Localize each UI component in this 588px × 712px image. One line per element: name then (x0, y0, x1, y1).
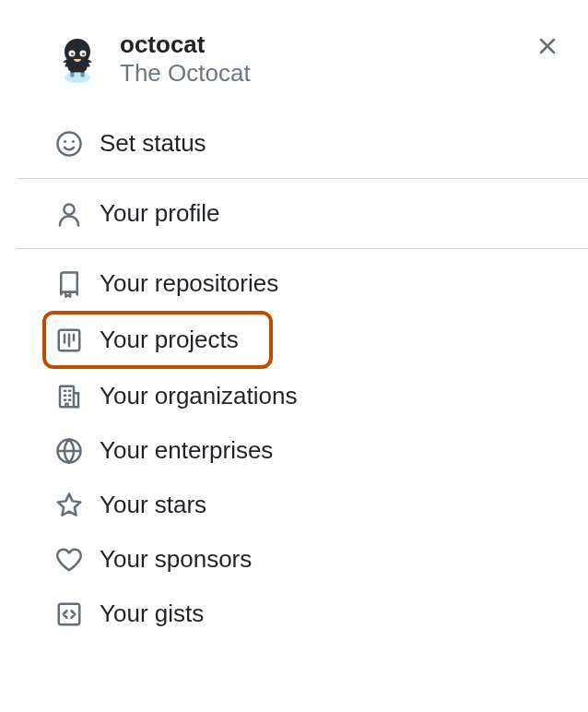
smiley-icon (55, 130, 83, 158)
close-icon (536, 35, 559, 57)
your-gists-item[interactable]: Your gists (17, 587, 588, 641)
svg-point-3 (71, 53, 74, 55)
your-repositories-label: Your repositories (100, 269, 278, 298)
repo-icon (55, 270, 83, 298)
heart-icon (55, 546, 83, 574)
svg-point-4 (82, 53, 85, 55)
your-gists-label: Your gists (100, 599, 204, 628)
your-stars-label: Your stars (100, 491, 206, 519)
set-status-label: Set status (100, 129, 206, 158)
user-menu-panel: octocat The Octocat Set status (17, 0, 588, 648)
user-header: octocat The Octocat (17, 22, 588, 109)
your-profile-item[interactable]: Your profile (17, 186, 588, 241)
svg-point-9 (64, 204, 74, 214)
organization-icon (55, 383, 83, 410)
svg-point-8 (72, 140, 75, 143)
svg-point-5 (65, 72, 90, 83)
your-sponsors-item[interactable]: Your sponsors (17, 532, 588, 587)
user-info: octocat The Octocat (120, 30, 251, 88)
highlighted-item-wrap: Your projects (17, 313, 588, 367)
project-icon (55, 326, 83, 354)
avatar[interactable] (48, 30, 107, 89)
svg-rect-13 (59, 603, 80, 624)
your-enterprises-item[interactable]: Your enterprises (17, 423, 588, 478)
octocat-avatar-icon (48, 30, 107, 89)
your-stars-item[interactable]: Your stars (17, 478, 588, 532)
username: octocat (120, 30, 251, 59)
display-name: The Octocat (120, 59, 251, 88)
your-enterprises-label: Your enterprises (100, 436, 273, 465)
your-repositories-item[interactable]: Your repositories (17, 256, 588, 311)
person-icon (55, 200, 83, 228)
your-organizations-label: Your organizations (100, 382, 297, 410)
profile-section: Your profile (17, 179, 588, 248)
your-profile-label: Your profile (100, 199, 220, 228)
status-section: Set status (17, 109, 588, 178)
close-button[interactable] (533, 31, 562, 61)
your-sponsors-label: Your sponsors (100, 545, 252, 574)
your-organizations-item[interactable]: Your organizations (17, 369, 588, 423)
content-section: Your repositories Your projects (17, 249, 588, 648)
svg-point-7 (64, 140, 66, 143)
svg-point-6 (58, 132, 81, 155)
set-status-item[interactable]: Set status (17, 116, 588, 171)
your-projects-item[interactable]: Your projects (17, 313, 588, 367)
globe-icon (55, 437, 83, 465)
code-square-icon (55, 600, 83, 628)
star-icon (55, 492, 83, 519)
your-projects-label: Your projects (100, 326, 239, 354)
